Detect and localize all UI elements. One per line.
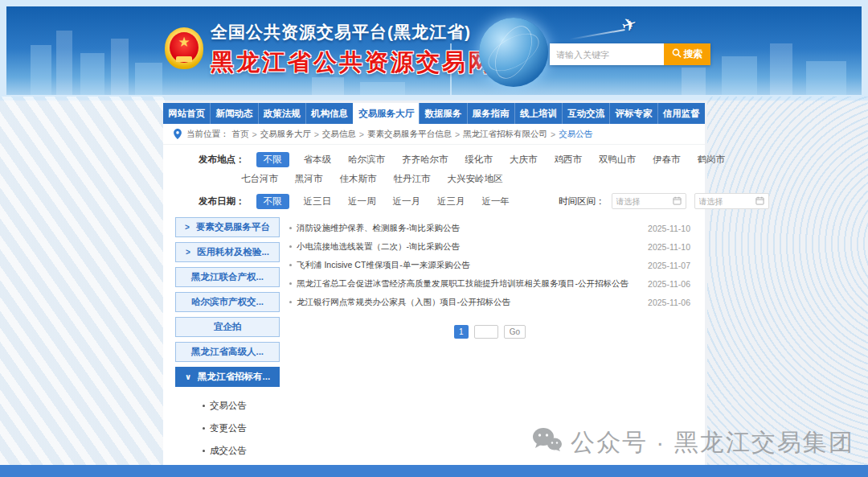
announcement-title[interactable]: 小电流接地选线装置（二次）-询比采购公告: [297, 241, 638, 253]
nav-item-data-service[interactable]: 数据服务: [419, 103, 466, 124]
location-option[interactable]: 鹤岗市: [698, 154, 726, 166]
location-option[interactable]: 绥化市: [465, 154, 493, 166]
sidebar-item-label: 宜企拍: [214, 321, 242, 333]
sidebar-sub-item-deal-announcement[interactable]: 成交公告: [203, 445, 280, 457]
location-option[interactable]: 大兴安岭地区: [448, 173, 503, 185]
location-option[interactable]: 哈尔滨市: [348, 154, 385, 166]
breadcrumb-link-home[interactable]: 首页: [232, 129, 249, 140]
announcement-title[interactable]: 黑龙江省总工会促进冰雪经济高质量发展职工技能提升培训班相关服务项目-公开招标公告: [297, 278, 638, 290]
airplane-decoration: ✈: [619, 13, 640, 37]
sidebar-item-hlj-high-court[interactable]: 黑龙江省高级人...: [175, 342, 280, 362]
location-option[interactable]: 牡丹江市: [394, 173, 431, 185]
breadcrumb-link-info[interactable]: 交易信息: [322, 129, 356, 140]
list-item[interactable]: 黑龙江省总工会促进冰雪经济高质量发展职工技能提升培训班相关服务项目-公开招标公告…: [289, 274, 690, 293]
date-start-input[interactable]: [616, 197, 673, 206]
nav-item-credit[interactable]: 信用监督: [657, 103, 705, 124]
breadcrumb-prefix: 当前位置：: [186, 129, 229, 140]
date-option-unlimited[interactable]: 不限: [256, 194, 289, 209]
sidebar-item-factor-trading-platform[interactable]: > 要素交易服务平台: [175, 217, 280, 237]
national-emblem: ★: [165, 27, 203, 69]
go-button[interactable]: Go: [504, 325, 526, 339]
sidebar-item-harbin-property[interactable]: 哈尔滨市产权交...: [175, 292, 280, 312]
page-jump-input[interactable]: [474, 325, 498, 339]
search-input[interactable]: [550, 43, 664, 65]
sidebar-sub-item-trade-announcement[interactable]: 交易公告: [203, 400, 280, 412]
search-button[interactable]: 搜索: [664, 43, 710, 65]
date-range-end[interactable]: [694, 193, 769, 209]
date-option[interactable]: 近一周: [348, 195, 376, 208]
announcement-date: 2025-11-10: [648, 224, 690, 233]
chevron-down-icon: ∨: [185, 372, 191, 381]
announcement-list: 消防设施维护保养、检测服务-询比采购公告 2025-11-10 小电流接地选线装…: [280, 217, 705, 457]
nav-item-news[interactable]: 新闻动态: [210, 103, 257, 124]
watermark: 公众号 · 黑龙江交易集团: [532, 426, 854, 459]
skyline-decoration: [31, 45, 51, 95]
location-option[interactable]: 齐齐哈尔市: [402, 154, 448, 166]
list-item[interactable]: 飞利浦 Incisive CT维保项目-单一来源采购公告 2025-11-07: [289, 256, 690, 274]
location-option[interactable]: 佳木斯市: [340, 173, 377, 185]
nav-item-interaction[interactable]: 互动交流: [562, 103, 609, 124]
date-filter-row: 发布日期： 不限 近三日 近一周 近一月 近三月 近一年 时间区间：: [199, 193, 705, 209]
nav-item-trading-hall[interactable]: 交易服务大厅: [353, 103, 419, 124]
date-option[interactable]: 近一年: [482, 195, 510, 208]
skyline-decoration: [722, 56, 757, 95]
breadcrumb-link-platform-info[interactable]: 要素交易服务平台信息: [367, 129, 452, 140]
sidebar-item-medical-consumables[interactable]: > 医用耗材及检验...: [175, 242, 280, 262]
location-option[interactable]: 双鸭山市: [599, 154, 636, 166]
skyline-decoration: [135, 63, 162, 95]
list-item[interactable]: 龙江银行网点常规类办公家具（入围）项目-公开招标公告 2025-11-06: [289, 293, 690, 311]
list-item[interactable]: 消防设施维护保养、检测服务-询比采购公告 2025-11-10: [289, 219, 690, 237]
breadcrumb-link-company[interactable]: 黑龙江省招标有限公司: [463, 129, 547, 140]
date-option[interactable]: 近一月: [393, 195, 421, 208]
globe-decoration: [479, 18, 548, 87]
date-option[interactable]: 近三日: [304, 195, 332, 208]
nav-item-experts[interactable]: 评标专家: [609, 103, 657, 124]
announcement-title[interactable]: 龙江银行网点常规类办公家具（入围）项目-公开招标公告: [297, 297, 638, 308]
wechat-icon: [532, 427, 563, 458]
nav-item-home[interactable]: 网站首页: [163, 103, 210, 124]
breadcrumb-separator: >: [359, 130, 364, 139]
location-option-unlimited[interactable]: 不限: [256, 152, 289, 167]
announcement-title[interactable]: 消防设施维护保养、检测服务-询比采购公告: [297, 223, 638, 234]
nav-item-policy[interactable]: 政策法规: [258, 103, 305, 124]
location-option[interactable]: 鸡西市: [555, 154, 583, 166]
nav-item-service-guide[interactable]: 服务指南: [467, 103, 514, 124]
sidebar-sub-item-change-announcement[interactable]: 变更公告: [203, 422, 280, 434]
date-end-input[interactable]: [699, 197, 755, 206]
location-option[interactable]: 省本级: [304, 154, 332, 166]
sidebar-item-hlj-tendering-company[interactable]: ∨ 黑龙江省招标有...: [175, 367, 280, 387]
announcement-date: 2025-11-06: [648, 279, 690, 289]
search-icon: [672, 48, 682, 60]
sidebar-item-hlj-united-property[interactable]: 黑龙江联合产权...: [175, 267, 280, 287]
nav-item-org-info[interactable]: 机构信息: [305, 103, 353, 124]
date-range-start[interactable]: [612, 193, 686, 209]
bullet-dot: [289, 301, 292, 303]
skyline-decoration: [111, 39, 129, 95]
skyline-decoration: [682, 68, 706, 95]
content-panel: 当前位置： 首页 > 交易服务大厅 > 交易信息 > 要素交易服务平台信息 > …: [163, 124, 705, 465]
page-number-1[interactable]: 1: [454, 325, 469, 339]
bullet-dot: [203, 405, 205, 407]
sidebar-item-label: 黑龙江省招标有...: [198, 371, 270, 383]
skyline-decoration: [56, 31, 72, 95]
location-filter-label: 发布地点：: [199, 154, 245, 166]
announcement-date: 2025-11-10: [648, 242, 690, 252]
date-option[interactable]: 近三月: [437, 195, 465, 208]
breadcrumb-link-hall[interactable]: 交易服务大厅: [260, 129, 311, 140]
location-filter-row1: 发布地点： 不限 省本级 哈尔滨市 齐齐哈尔市 绥化市 大庆市 鸡西市 双鸭山市…: [199, 152, 705, 167]
announcement-title[interactable]: 飞利浦 Incisive CT维保项目-单一来源采购公告: [297, 260, 638, 271]
location-option[interactable]: 大庆市: [510, 154, 538, 166]
sidebar: > 要素交易服务平台 > 医用耗材及检验... 黑龙江联合产权... 哈尔滨市产…: [175, 217, 280, 457]
watermark-text: 公众号 · 黑龙江交易集团: [571, 426, 854, 459]
location-option[interactable]: 黑河市: [295, 173, 323, 185]
site-title-line1: 全国公共资源交易平台(黑龙江省): [211, 21, 493, 43]
sidebar-item-label: 哈尔滨市产权交...: [191, 296, 264, 308]
location-option[interactable]: 七台河市: [241, 173, 278, 185]
list-item[interactable]: 小电流接地选线装置（二次）-询比采购公告 2025-11-10: [289, 237, 690, 256]
date-filter-label: 发布日期：: [199, 195, 245, 208]
location-option[interactable]: 伊春市: [653, 154, 681, 166]
bullet-dot: [289, 282, 292, 285]
sidebar-item-label: 黑龙江联合产权...: [191, 271, 264, 283]
nav-item-online-training[interactable]: 线上培训: [514, 103, 562, 124]
sidebar-item-yiqipai[interactable]: 宜企拍: [175, 317, 280, 337]
